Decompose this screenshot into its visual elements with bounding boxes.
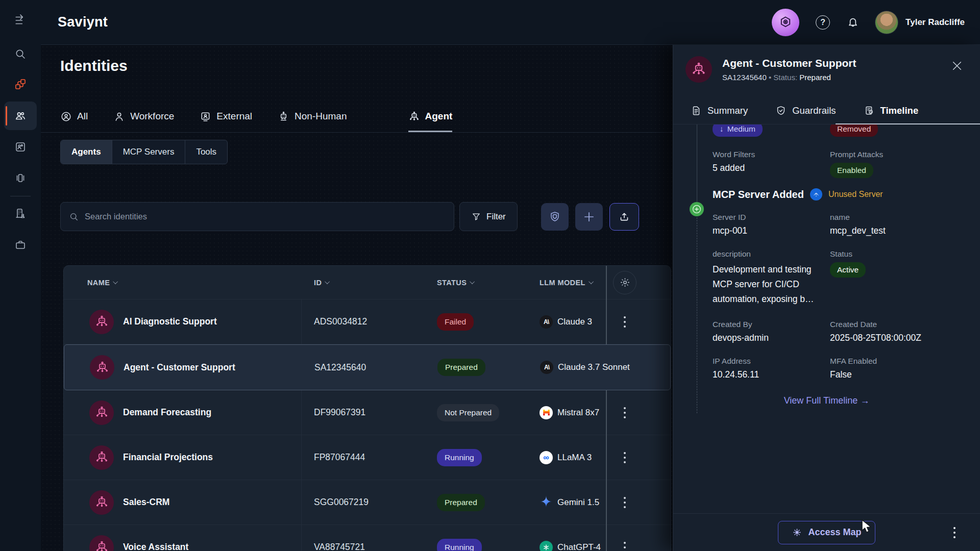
active-badge: Active bbox=[830, 262, 866, 278]
agent-avatar bbox=[685, 56, 712, 83]
shield-icon bbox=[549, 211, 561, 223]
guardrails-button[interactable] bbox=[541, 203, 569, 231]
column-header-id[interactable]: ID bbox=[302, 279, 424, 287]
chevron-down-icon bbox=[470, 279, 475, 284]
column-header-llm-model[interactable]: LLM MODEL bbox=[531, 279, 606, 287]
created-date-value: 2025-08-25T08:00:00Z bbox=[830, 333, 980, 343]
tab-all[interactable]: All bbox=[60, 102, 88, 132]
row-actions-menu[interactable] bbox=[606, 480, 644, 524]
sidebar-item-applications[interactable] bbox=[4, 231, 37, 259]
search-input[interactable] bbox=[85, 212, 446, 221]
filter-label: Filter bbox=[486, 212, 506, 222]
chevron-down-icon bbox=[325, 279, 330, 284]
tab-label: Timeline bbox=[880, 105, 919, 116]
sidebar-item-accounts[interactable] bbox=[4, 133, 37, 161]
table-row[interactable]: Agent - Customer Support SA12345640 Prep… bbox=[64, 344, 671, 390]
sidebar-item-organization[interactable] bbox=[4, 199, 37, 228]
search-box bbox=[60, 202, 454, 231]
timeline-item-guardrail: ↓ Medium Removed Word Filters 5 added Pr… bbox=[713, 124, 980, 178]
table-row[interactable]: Demand Forecasting DF99067391 Not Prepar… bbox=[64, 390, 671, 435]
table-body: AI Diagnostic Support ADS0034812 Failed … bbox=[64, 299, 671, 551]
tab-label: All bbox=[77, 111, 88, 122]
sidebar-item-collections[interactable] bbox=[4, 164, 37, 192]
llm-model-name: Claude 3.7 Sonnet bbox=[558, 362, 630, 372]
sidebar-item-workflows[interactable] bbox=[4, 70, 37, 98]
table-scrollbar[interactable] bbox=[606, 266, 607, 551]
row-id: SGG0067219 bbox=[302, 497, 424, 508]
agent-avatar bbox=[90, 355, 114, 380]
subtab-mcp-servers[interactable]: MCP Servers bbox=[112, 140, 186, 164]
gear-icon bbox=[620, 277, 630, 288]
ai-assistant-button[interactable] bbox=[772, 9, 799, 36]
tab-non-human[interactable]: Non-Human bbox=[278, 102, 347, 132]
sidebar-item-identities[interactable] bbox=[4, 102, 37, 130]
tab-timeline[interactable]: Timeline bbox=[864, 105, 919, 116]
llm-model-name: LLaMA 3 bbox=[557, 453, 592, 463]
view-full-timeline-link[interactable]: View Full Timeline → bbox=[673, 395, 980, 406]
robot-icon bbox=[278, 111, 289, 122]
tab-guardrails[interactable]: Guardrails bbox=[775, 105, 836, 116]
search-icon bbox=[69, 212, 79, 222]
hexagon-gear-icon bbox=[778, 15, 793, 30]
down-arrow-icon: ↓ bbox=[720, 124, 724, 134]
unused-server-tag: Unused Server bbox=[828, 190, 883, 199]
tab-label: Non-Human bbox=[295, 111, 347, 122]
right-arrow-icon: → bbox=[860, 395, 869, 406]
search-icon[interactable] bbox=[4, 40, 37, 68]
llm-model-icon: A\ bbox=[540, 361, 553, 374]
timeline-panel: ↓ Medium Removed Word Filters 5 added Pr… bbox=[673, 124, 980, 513]
timeline-event-header: MCP Server Added Unused Server bbox=[713, 188, 980, 201]
table-row[interactable]: AI Diagnostic Support ADS0034812 Failed … bbox=[64, 299, 671, 344]
sidebar bbox=[0, 0, 41, 551]
table-row[interactable]: Voice Assistant VA88745721 Running ChatG… bbox=[64, 525, 671, 551]
tab-agent[interactable]: Agent bbox=[408, 102, 453, 132]
tab-summary[interactable]: Summary bbox=[691, 105, 748, 116]
timeline-line bbox=[697, 124, 697, 202]
user-avatar[interactable] bbox=[875, 11, 898, 34]
status-badge: Not Prepared bbox=[437, 404, 499, 421]
export-button[interactable] bbox=[609, 203, 639, 231]
shield-check-icon bbox=[775, 105, 787, 116]
main-content: Identities All Workforce External Non-Hu… bbox=[41, 45, 673, 551]
llm-model-icon: A\ bbox=[540, 315, 553, 329]
column-header-status[interactable]: STATUS bbox=[424, 279, 531, 287]
table-toolbar: Filter bbox=[60, 202, 639, 231]
row-name: Agent - Customer Support bbox=[124, 362, 235, 373]
column-settings-button[interactable] bbox=[613, 271, 636, 294]
help-icon[interactable]: ? bbox=[816, 15, 830, 30]
subtab-agents[interactable]: Agents bbox=[61, 140, 112, 164]
agent-avatar bbox=[89, 400, 114, 425]
row-name: Financial Projections bbox=[123, 452, 213, 463]
removed-badge: Removed bbox=[830, 124, 878, 137]
menu-expand-icon[interactable] bbox=[4, 6, 37, 35]
tab-label: External bbox=[216, 111, 252, 122]
tab-workforce[interactable]: Workforce bbox=[113, 102, 174, 132]
subtab-tools[interactable]: Tools bbox=[185, 140, 227, 164]
add-identity-button[interactable] bbox=[575, 203, 603, 231]
row-id: VA88745721 bbox=[302, 542, 424, 551]
mcp-server-icon bbox=[810, 188, 822, 201]
close-icon[interactable] bbox=[951, 60, 963, 71]
table-row[interactable]: Sales-CRM SGG0067219 Prepared Gemini 1.5 bbox=[64, 480, 671, 525]
drawer-header: Agent - Customer Support SA12345640 • St… bbox=[673, 45, 980, 97]
row-id: DF99067391 bbox=[302, 407, 424, 418]
created-by-value: devops-admin bbox=[713, 333, 830, 343]
server-id-value: mcp-001 bbox=[713, 226, 830, 236]
column-header-name[interactable]: NAME bbox=[64, 279, 302, 287]
row-actions-menu[interactable] bbox=[606, 435, 644, 480]
filter-button[interactable]: Filter bbox=[459, 202, 518, 231]
row-actions-menu[interactable] bbox=[606, 390, 644, 435]
table-row[interactable]: Financial Projections FP87067444 Running… bbox=[64, 435, 671, 480]
row-actions-menu[interactable] bbox=[606, 525, 644, 551]
status-badge: Running bbox=[437, 449, 482, 466]
tab-external[interactable]: External bbox=[200, 102, 252, 132]
mfa-enabled-value: False bbox=[830, 369, 980, 380]
row-id: ADS0034812 bbox=[302, 316, 424, 327]
row-actions-menu[interactable] bbox=[606, 299, 644, 344]
notifications-icon[interactable] bbox=[846, 16, 860, 29]
all-identities-icon bbox=[60, 111, 72, 122]
access-map-button[interactable]: Access Map bbox=[778, 521, 875, 544]
funnel-icon bbox=[471, 212, 481, 222]
drawer-actions-menu[interactable] bbox=[953, 527, 955, 538]
tab-label: Agent bbox=[425, 111, 453, 122]
